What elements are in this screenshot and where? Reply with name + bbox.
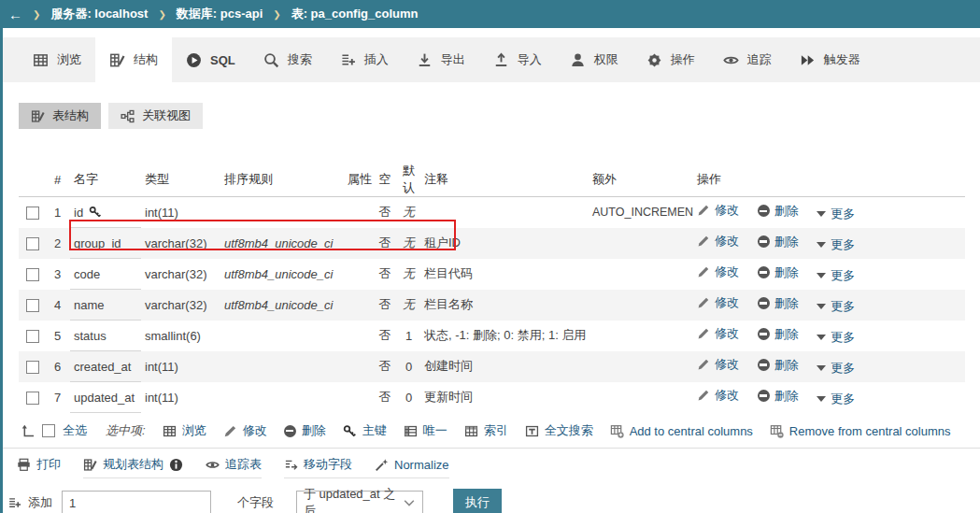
row-checkbox[interactable]	[26, 361, 39, 374]
change-label: 修改	[715, 233, 739, 249]
drop-button[interactable]: 删除	[758, 326, 799, 343]
column-name: name	[70, 290, 141, 321]
selected-index-button[interactable]: 索引	[464, 422, 508, 439]
more-button[interactable]: 更多	[817, 391, 855, 407]
back-button[interactable]: ←	[8, 7, 22, 21]
drop-button[interactable]: 删除	[758, 264, 799, 281]
drop-button[interactable]: 删除	[758, 234, 799, 250]
more-label: 更多	[831, 267, 855, 284]
selected-unique-label: 唯一	[423, 422, 447, 439]
tab-export[interactable]: 导出	[403, 37, 479, 82]
selected-unique-button[interactable]: 唯一	[404, 422, 447, 439]
column-null: 否	[373, 290, 397, 321]
column-default: 0	[397, 351, 420, 382]
column-type: varchar(32)	[141, 228, 220, 259]
drop-button[interactable]: 删除	[758, 295, 799, 312]
change-button[interactable]: 修改	[697, 325, 739, 342]
row-checkbox[interactable]	[26, 392, 39, 405]
breadcrumb-server[interactable]: 服务器: localhost	[50, 6, 148, 22]
selected-primary-button[interactable]: 主键	[343, 422, 387, 439]
change-label: 修改	[715, 294, 739, 311]
change-button[interactable]: 修改	[697, 233, 739, 249]
selected-browse-button[interactable]: 浏览	[163, 422, 206, 439]
drop-label: 删除	[774, 295, 799, 312]
row-num: 2	[45, 228, 70, 259]
tab-search[interactable]: 搜索	[249, 37, 326, 82]
browse-icon	[33, 52, 49, 68]
table-row: 5 status smallint(6) 否 1 状态, -1: 删除; 0: …	[19, 321, 965, 351]
chevron-down-icon	[817, 273, 826, 278]
fast-forward-icon	[800, 52, 816, 68]
check-all-label[interactable]: 全选	[63, 422, 87, 439]
drop-button[interactable]: 删除	[758, 357, 799, 374]
column-comment: 创建时间	[420, 351, 589, 382]
change-button[interactable]: 修改	[697, 387, 739, 404]
print-button[interactable]: 打印	[17, 456, 61, 477]
selected-fulltext-button[interactable]: 全文搜索	[525, 422, 593, 439]
row-checkbox[interactable]	[26, 207, 39, 220]
row-checkbox[interactable]	[26, 330, 39, 343]
column-comment	[420, 197, 589, 228]
tab-operations-label: 操作	[671, 51, 695, 68]
move-columns-button[interactable]: 移动字段	[284, 456, 352, 477]
tab-structure[interactable]: 结构	[95, 37, 172, 82]
more-button[interactable]: 更多	[817, 360, 855, 377]
column-extra	[589, 228, 693, 259]
row-num: 5	[45, 321, 70, 351]
change-button[interactable]: 修改	[697, 356, 739, 373]
tab-insert[interactable]: 插入	[326, 37, 403, 82]
add-to-central-columns-button[interactable]: Add to central columns	[610, 424, 753, 438]
column-extra	[589, 259, 693, 290]
column-collation	[220, 197, 347, 228]
column-null: 否	[373, 382, 397, 413]
column-default: 无	[397, 259, 420, 290]
row-checkbox[interactable]	[26, 268, 39, 281]
relation-icon	[121, 109, 135, 123]
tab-tracking[interactable]: 追踪	[709, 37, 786, 82]
change-button[interactable]: 修改	[697, 264, 739, 280]
browse-icon	[163, 424, 177, 438]
column-position-select[interactable]: 于 updated_at 之后	[296, 491, 423, 513]
go-button[interactable]: 执行	[453, 489, 502, 513]
add-column-count-input[interactable]	[62, 491, 211, 513]
breadcrumb-table[interactable]: 表: pa_config_column	[291, 6, 419, 22]
eye-icon	[206, 458, 220, 472]
index-icon	[464, 424, 478, 438]
tab-privileges[interactable]: 权限	[556, 37, 632, 82]
track-table-button[interactable]: 追踪表	[206, 456, 262, 477]
tab-sql[interactable]: SQL	[172, 37, 249, 82]
more-button[interactable]: 更多	[817, 236, 855, 253]
drop-button[interactable]: 删除	[758, 388, 799, 405]
selected-change-button[interactable]: 修改	[223, 422, 267, 439]
tab-operations[interactable]: 操作	[632, 37, 709, 82]
change-button[interactable]: 修改	[697, 294, 739, 311]
remove-from-central-columns-button[interactable]: Remove from central columns	[770, 424, 951, 438]
col-header-attributes: 属性	[347, 163, 373, 197]
table-header-row: # 名字 类型 排序规则 属性 空 默认 注释 额外 操作	[19, 163, 965, 197]
column-default: 1	[397, 321, 420, 351]
subtab-table-structure[interactable]: 表结构	[19, 103, 101, 129]
more-button[interactable]: 更多	[817, 298, 855, 315]
central-columns-remove-icon	[770, 424, 784, 438]
row-checkbox[interactable]	[26, 299, 39, 312]
more-button[interactable]: 更多	[817, 206, 855, 222]
col-header-null: 空	[373, 163, 397, 197]
propose-table-structure-button[interactable]: 规划表结构	[83, 456, 183, 477]
subtab-relation-view[interactable]: 关联视图	[108, 103, 203, 129]
drop-button[interactable]: 删除	[758, 203, 799, 220]
column-comment: 租户ID	[420, 228, 589, 259]
tab-browse[interactable]: 浏览	[19, 37, 95, 82]
tab-import[interactable]: 导入	[479, 37, 556, 82]
normalize-label: Normalize	[394, 458, 449, 472]
tab-triggers[interactable]: 触发器	[786, 37, 874, 82]
drop-label: 删除	[774, 203, 799, 220]
check-all-checkbox[interactable]	[42, 424, 55, 437]
normalize-button[interactable]: Normalize	[375, 456, 449, 477]
column-name: updated_at	[70, 382, 141, 413]
change-button[interactable]: 修改	[697, 202, 739, 219]
breadcrumb-database[interactable]: 数据库: pcs-api	[177, 6, 263, 22]
selected-drop-button[interactable]: 删除	[284, 422, 326, 439]
more-button[interactable]: 更多	[817, 329, 855, 346]
more-button[interactable]: 更多	[817, 267, 855, 284]
row-checkbox[interactable]	[26, 237, 39, 250]
